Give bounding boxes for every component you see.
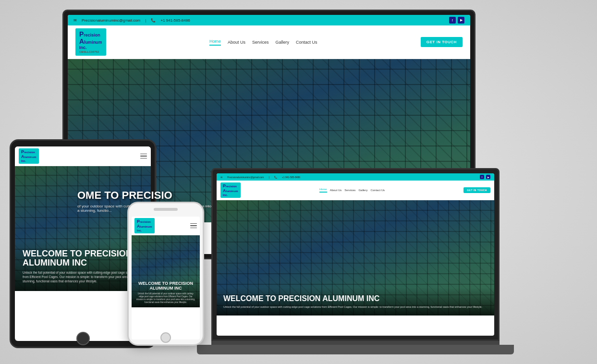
laptop-nav-services[interactable]: Services [344,189,355,192]
laptop-phone-icon: 📞 [274,176,277,179]
laptop-nav-contact[interactable]: Contact Us [370,189,385,192]
phone-logo-text: Precision Aluminum Inc. [137,219,152,232]
laptop-hero-title: WELCOME TO PRECISION ALUMINUM INC [223,294,487,303]
topbar-email: Precisionaluminuminc@gmail.com [82,18,140,23]
topbar-left: ✉ Precisionaluminuminc@gmail.com | 📞 +1 … [73,18,190,23]
laptop-separator: | [269,176,269,179]
nav-home[interactable]: Home [209,39,221,46]
phone-hamburger[interactable] [190,223,197,229]
laptop-facebook-icon[interactable]: f [480,175,484,179]
phone-screen: Precision Aluminum Inc. [132,217,200,340]
phone-hero-overlay: WELCOME TO PRECISION ALUMINUM INC Unlock… [132,278,200,307]
tablet-hamburger[interactable] [140,154,147,159]
laptop-phone: +1 941-585-8486 [282,176,300,179]
laptop-nav-links: Home About Us Services Gallery Contact U… [319,188,385,193]
laptop-logo-text: Precision Aluminum Inc. [223,184,238,196]
laptop-topbar-left: ✉ Precisionaluminuminc@gmail.com | 📞 +1 … [220,176,300,179]
laptop-email: Precisionaluminuminc@gmail.com [227,176,264,179]
phone-hero-title: WELCOME TO PRECISION ALUMINUM INC [135,281,196,291]
scene: ✉ Precisionaluminuminc@gmail.com | 📞 +1 … [0,0,597,364]
laptop-screen: ✉ Precisionaluminuminc@gmail.com | 📞 +1 … [217,173,494,336]
hamburger-line-1 [140,154,147,155]
desktop-topbar: ✉ Precisionaluminuminc@gmail.com | 📞 +1 … [68,15,470,25]
laptop-topbar: ✉ Precisionaluminuminc@gmail.com | 📞 +1 … [217,173,494,181]
laptop-base [197,345,514,354]
laptop-nav-gallery[interactable]: Gallery [358,189,367,192]
topbar-separator: | [145,18,146,23]
laptop-nav-home[interactable]: Home [319,188,327,193]
laptop-email-icon: ✉ [220,176,222,179]
hamburger-line-2 [140,156,147,157]
laptop-hero-overlay: WELCOME TO PRECISION ALUMINUM INC Unlock… [217,288,494,315]
phone-hamburger-2 [190,225,197,226]
nav-gallery[interactable]: Gallery [275,40,289,45]
phone-hero-sub: Unlock the full potential of your outdoo… [135,292,196,303]
youtube-icon[interactable]: ▶ [458,17,464,24]
laptop-nav: Precision Aluminum Inc. Home About Us Se… [217,181,494,200]
nav-contact[interactable]: Contact Us [296,40,317,45]
phone-logo[interactable]: Precision Aluminum Inc. [134,218,155,233]
laptop-lid: ✉ Precisionaluminuminc@gmail.com | 📞 +1 … [211,168,500,341]
hero-title-text: OME TO PRECISIO [77,189,172,201]
tablet-hero-title: WELCOME TO PRECISION ALUMINUM INC [23,249,143,268]
phone-outer: Precision Aluminum Inc. [127,202,204,346]
tablet-logo-text: Precision Aluminum Inc. [21,150,37,162]
topbar-email-icon: ✉ [73,18,77,23]
laptop-youtube-icon[interactable]: ▶ [486,175,490,179]
laptop-hero: WELCOME TO PRECISION ALUMINUM INC Unlock… [217,200,494,315]
desktop-nav: Precision Aluminum Inc. CBSLLC36752 Home… [68,25,470,59]
laptop-topbar-right: f ▶ [480,175,490,179]
phone-nav: Precision Aluminum Inc. [132,217,200,235]
phone-speaker [154,208,178,211]
laptop-logo[interactable]: Precision Aluminum Inc. [220,182,241,198]
tablet-nav: Precision Aluminum Inc. [15,146,151,166]
logo-text: Precision Aluminum Inc. CBSLLC36752 [79,31,102,53]
phone-website: Precision Aluminum Inc. [132,217,200,307]
logo-tagline: CBSLLC36752 [79,50,102,54]
phone-hero: WELCOME TO PRECISION ALUMINUM INC Unlock… [132,235,200,307]
tablet-hero-sub: Unlock the full potential of your outdoo… [23,270,143,283]
laptop-device: ✉ Precisionaluminuminc@gmail.com | 📞 +1 … [211,168,500,360]
laptop-hero-sub: Unlock the full potential of your outdoo… [223,305,487,309]
desktop-nav-links: Home About Us Services Gallery Contact U… [209,39,317,46]
desktop-cta-button[interactable]: GET IN TOUCH [421,37,463,47]
nav-services[interactable]: Services [252,40,269,45]
laptop-cta-button[interactable]: GET IN TOUCH [463,187,490,193]
topbar-phone-icon: 📞 [151,18,156,23]
phone-hamburger-1 [190,223,197,224]
laptop-hinge [211,341,500,345]
nav-about[interactable]: About Us [228,40,245,45]
phone-hamburger-3 [190,228,197,229]
phone-home-button[interactable] [160,332,171,343]
tablet-home-button[interactable] [76,332,90,345]
tablet-logo[interactable]: Precision Aluminum Inc. [19,148,39,164]
laptop-nav-about[interactable]: About Us [330,189,342,192]
topbar-right: f ▶ [449,17,464,24]
laptop-website: ✉ Precisionaluminuminc@gmail.com | 📞 +1 … [217,173,494,315]
facebook-icon[interactable]: f [449,17,456,24]
desktop-logo[interactable]: Precision Aluminum Inc. CBSLLC36752 [75,28,106,56]
topbar-phone: +1 941-585-8486 [160,18,190,23]
phone-device: Precision Aluminum Inc. [127,202,204,346]
hamburger-line-3 [140,158,147,159]
